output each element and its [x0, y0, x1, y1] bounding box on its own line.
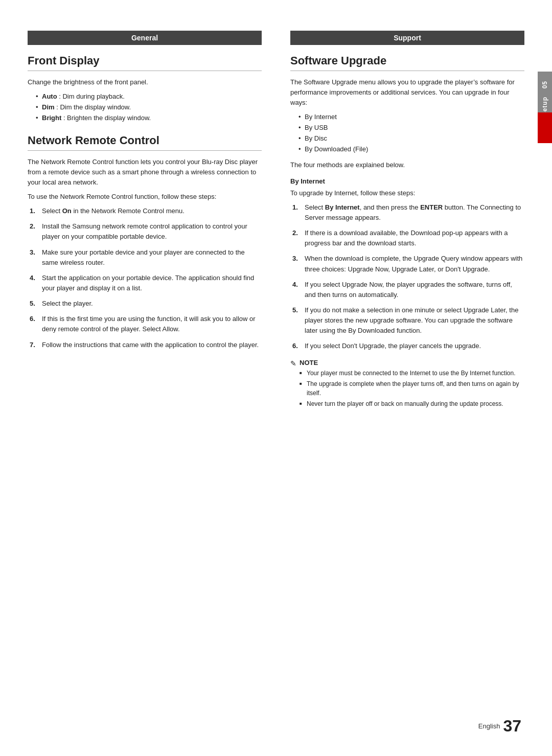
step-3: Make sure your portable device and your … [28, 247, 262, 268]
way-disc: By Disc [298, 133, 524, 144]
bullet-dim: Dim : Dim the display window. [36, 102, 262, 113]
page-footer: English 37 [478, 717, 521, 736]
bullet-auto: Auto : Dim during playback. [36, 91, 262, 102]
page-container: 05 Setup General Support Front Display C… [0, 0, 552, 756]
way-downloaded: By Downloaded (File) [298, 144, 524, 155]
note-bullet-2: The upgrade is complete when the player … [300, 379, 524, 398]
note-bullets: Your player must be connected to the Int… [300, 369, 524, 408]
step-5: Select the player. [28, 299, 262, 309]
software-upgrade-title: Software Upgrade [290, 54, 524, 71]
note-section: ✎ NOTE Your player must be connected to … [290, 359, 524, 410]
way-internet: By Internet [298, 112, 524, 123]
bullet-bright-bold: Bright [42, 114, 61, 122]
step-1-bold: On [62, 207, 72, 215]
footer-page-number: 37 [503, 717, 521, 736]
front-display-bullets: Auto : Dim during playback. Dim : Dim th… [36, 91, 262, 123]
bullet-dim-bold: Dim [42, 103, 55, 111]
side-tab-accent [538, 112, 552, 143]
footer-lang: English [478, 722, 500, 730]
header-right: Support [276, 31, 524, 54]
columns: Front Display Change the brightness of t… [0, 54, 552, 410]
bullet-auto-bold: Auto [42, 93, 57, 100]
step-1: Select On in the Network Remote Control … [28, 206, 262, 216]
note-label: NOTE [300, 359, 318, 366]
step-7: Follow the instructions that came with t… [28, 340, 262, 350]
by-internet-steps: Select By Internet, and then press the E… [290, 202, 524, 352]
step-6: If this is the first time you are using … [28, 314, 262, 334]
network-remote-intro1: The Network Remote Control function lets… [28, 157, 262, 188]
network-remote-steps: Select On in the Network Remote Control … [28, 206, 262, 350]
bi-step-3: When the download is complete, the Upgra… [290, 254, 524, 274]
note-content: NOTE Your player must be connected to th… [300, 359, 524, 410]
upgrade-ways: By Internet By USB By Disc By Downloaded… [298, 112, 524, 154]
col-right: Software Upgrade The Software Upgrade me… [276, 54, 524, 410]
header-left: General [28, 31, 276, 54]
header-row: General Support [0, 31, 552, 54]
section-header-left: General [28, 31, 262, 45]
note-bullet-1: Your player must be connected to the Int… [300, 369, 524, 378]
by-internet-subheader: By Internet [290, 177, 524, 185]
note-icon: ✎ [290, 359, 296, 368]
bi-step-6: If you select Don't Upgrade, the player … [290, 341, 524, 351]
note-bullet-3: Never turn the player off or back on man… [300, 399, 524, 408]
network-remote-intro2: To use the Network Remote Control functi… [28, 192, 262, 202]
bullet-bright: Bright : Brighten the display window. [36, 113, 262, 124]
bi-step-5: If you do not make a selection in one mi… [290, 305, 524, 336]
bi-step-1: Select By Internet, and then press the E… [290, 202, 524, 223]
step-4: Start the application on your portable d… [28, 273, 262, 293]
col-left: Front Display Change the brightness of t… [28, 54, 276, 410]
by-internet-section: By Internet To upgrade by Internet, foll… [290, 177, 524, 410]
front-display-intro: Change the brightness of the front panel… [28, 77, 262, 87]
step-2: Install the Samsung network remote contr… [28, 221, 262, 242]
bi-step-1-bold2: ENTER [420, 203, 443, 211]
bi-step-1-bold1: By Internet [325, 203, 360, 211]
software-upgrade-section: Software Upgrade The Software Upgrade me… [290, 54, 524, 410]
side-tab-number: 05 [541, 77, 548, 93]
methods-note: The four methods are explained below. [290, 160, 524, 170]
by-internet-intro: To upgrade by Internet, follow these ste… [290, 188, 524, 198]
way-usb: By USB [298, 123, 524, 133]
front-display-section: Front Display Change the brightness of t… [28, 54, 262, 124]
bi-step-2: If there is a download available, the Do… [290, 228, 524, 248]
front-display-title: Front Display [28, 54, 262, 71]
software-upgrade-intro: The Software Upgrade menu allows you to … [290, 77, 524, 108]
network-remote-title: Network Remote Control [28, 134, 262, 151]
bi-step-4: If you select Upgrade Now, the player up… [290, 280, 524, 300]
section-header-right: Support [290, 31, 524, 45]
network-remote-section: Network Remote Control The Network Remot… [28, 134, 262, 350]
